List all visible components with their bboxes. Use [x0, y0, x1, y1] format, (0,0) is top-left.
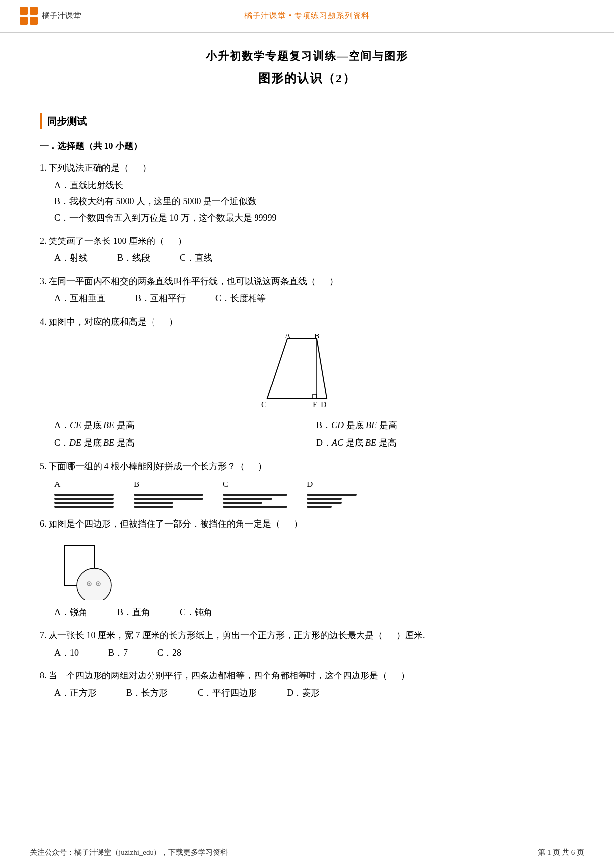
- svg-rect-3: [30, 17, 38, 25]
- q8-option-c: C．平行四边形: [198, 686, 257, 700]
- q3-option-b: B．互相平行: [135, 291, 186, 306]
- svg-rect-0: [20, 7, 28, 15]
- main-content: 小升初数学专题复习训练—空间与图形 图形的认识（2） 同步测试 一．选择题（共 …: [0, 33, 614, 739]
- svg-rect-6: [313, 394, 317, 398]
- svg-marker-4: [267, 339, 327, 398]
- question-1: 1. 下列说法正确的是（ ） A．直线比射线长 B．我校大约有 5000 人，这…: [40, 161, 574, 225]
- svg-text:B: B: [314, 334, 320, 339]
- logo-icon: [20, 7, 38, 25]
- svg-text:E: E: [313, 400, 318, 409]
- main-title2: 图形的认识（2）: [40, 69, 574, 88]
- question-4: 4. 如图中，对应的底和高是（ ） A B C D E A．CE 是: [40, 315, 574, 450]
- stick-group-a: A: [54, 478, 114, 508]
- q6-text: 6. 如图是个四边形，但被挡住了一部分．被挡住的角一定是（ ）: [40, 517, 574, 531]
- q3-option-c: C．长度相等: [215, 291, 266, 306]
- q7-option-a: A．10: [54, 646, 79, 660]
- q8-text: 8. 当一个四边形的两组对边分别平行，四条边都相等，四个角都相等时，这个四边形是…: [40, 669, 574, 683]
- question-5: 5. 下面哪一组的 4 根小棒能刚好拼成一个长方形？（ ） A B C: [40, 459, 574, 508]
- question-3: 3. 在同一平面内不相交的两条直线叫作平行线，也可以说这两条直线（ ） A．互相…: [40, 274, 574, 306]
- q6-option-a: A．锐角: [54, 605, 88, 620]
- q8-option-b: B．长方形: [126, 686, 168, 700]
- q6-option-c: C．钝角: [180, 605, 212, 620]
- q3-text: 3. 在同一平面内不相交的两条直线叫作平行线，也可以说这两条直线（ ）: [40, 274, 574, 289]
- q3-option-a: A．互相垂直: [54, 291, 105, 306]
- svg-rect-1: [30, 7, 38, 15]
- svg-rect-2: [20, 17, 28, 25]
- svg-point-17: [98, 583, 99, 584]
- q1-option-a: A．直线比射线长: [54, 178, 574, 193]
- q7-text: 7. 从一张长 10 厘米，宽 7 厘米的长方形纸上，剪出一个正方形，正方形的边…: [40, 628, 574, 643]
- q2-text: 2. 笑笑画了一条长 100 厘米的（ ）: [40, 234, 574, 248]
- q8-option-d: D．菱形: [287, 686, 320, 700]
- question-8: 8. 当一个四边形的两组对边分别平行，四条边都相等，四个角都相等时，这个四边形是…: [40, 669, 574, 700]
- q1-options: A．直线比射线长 B．我校大约有 5000 人，这里的 5000 是一个近似数 …: [54, 178, 574, 225]
- q4-text: 4. 如图中，对应的底和高是（ ）: [40, 315, 574, 329]
- logo-area: 橘子汁课堂: [20, 7, 81, 25]
- quadrilateral-svg: [54, 536, 134, 600]
- svg-text:C: C: [261, 400, 267, 409]
- svg-point-16: [89, 583, 90, 584]
- question-6: 6. 如图是个四边形，但被挡住了一部分．被挡住的角一定是（ ） A．锐角 B．直…: [40, 517, 574, 620]
- page-footer: 关注公众号：橘子汁课堂（juzizhi_edu），下载更多学习资料 第 1 页 …: [0, 841, 614, 858]
- divider-top: [40, 103, 574, 103]
- footer-left: 关注公众号：橘子汁课堂（juzizhi_edu），下载更多学习资料: [30, 846, 228, 858]
- q4-option-d: D．AC 是底 BE 是高: [316, 436, 574, 450]
- q8-option-a: A．正方形: [54, 686, 97, 700]
- stick-group-d: D: [307, 478, 357, 508]
- q2-options: A．射线 B．线段 C．直线: [54, 251, 574, 265]
- q2-option-b: B．线段: [117, 251, 150, 265]
- q4-option-a: A．CE 是底 BE 是高: [54, 418, 312, 433]
- q4-options: A．CE 是底 BE 是高 B．CD 是底 BE 是高 C．DE 是底 BE 是…: [54, 418, 574, 451]
- q7-options: A．10 B．7 C．28: [54, 646, 574, 660]
- svg-text:A: A: [285, 334, 291, 339]
- q3-options: A．互相垂直 B．互相平行 C．长度相等: [54, 291, 574, 306]
- q4-option-b: B．CD 是底 BE 是高: [316, 418, 574, 433]
- q7-option-c: C．28: [157, 646, 181, 660]
- logo-text: 橘子汁课堂: [42, 9, 81, 22]
- q5-sticks: A B C: [54, 478, 574, 508]
- q7-option-b: B．7: [108, 646, 128, 660]
- svg-point-13: [77, 568, 111, 600]
- q1-option-b: B．我校大约有 5000 人，这里的 5000 是一个近似数: [54, 194, 574, 209]
- parallelogram-svg: A B C D E: [253, 334, 361, 413]
- q1-text: 1. 下列说法正确的是（ ）: [40, 161, 574, 175]
- stick-group-c: C: [223, 478, 287, 508]
- q2-option-c: C．直线: [180, 251, 212, 265]
- q4-option-c: C．DE 是底 BE 是高: [54, 436, 312, 450]
- page-header: 橘子汁课堂 橘子汁课堂 • 专项练习题系列资料: [0, 0, 614, 33]
- question-7: 7. 从一张长 10 厘米，宽 7 厘米的长方形纸上，剪出一个正方形，正方形的边…: [40, 628, 574, 660]
- q6-option-b: B．直角: [117, 605, 150, 620]
- q6-options: A．锐角 B．直角 C．钝角: [54, 605, 574, 620]
- section-title: 同步测试: [40, 113, 574, 129]
- header-subtitle: 橘子汁课堂 • 专项练习题系列资料: [244, 9, 370, 22]
- footer-right: 第 1 页 共 6 页: [538, 846, 584, 858]
- q1-option-c: C．一个数四舍五入到万位是 10 万，这个数最大是 99999: [54, 211, 574, 225]
- part1-title: 一．选择题（共 10 小题）: [40, 139, 574, 153]
- q8-options: A．正方形 B．长方形 C．平行四边形 D．菱形: [54, 686, 574, 700]
- main-title1: 小升初数学专题复习训练—空间与图形: [40, 48, 574, 65]
- stick-group-b: B: [134, 478, 203, 508]
- q2-option-a: A．射线: [54, 251, 88, 265]
- q6-figure: [54, 536, 574, 600]
- q4-figure: A B C D E: [40, 334, 574, 413]
- question-2: 2. 笑笑画了一条长 100 厘米的（ ） A．射线 B．线段 C．直线: [40, 234, 574, 266]
- q5-text: 5. 下面哪一组的 4 根小棒能刚好拼成一个长方形？（ ）: [40, 459, 574, 474]
- svg-text:D: D: [321, 400, 327, 409]
